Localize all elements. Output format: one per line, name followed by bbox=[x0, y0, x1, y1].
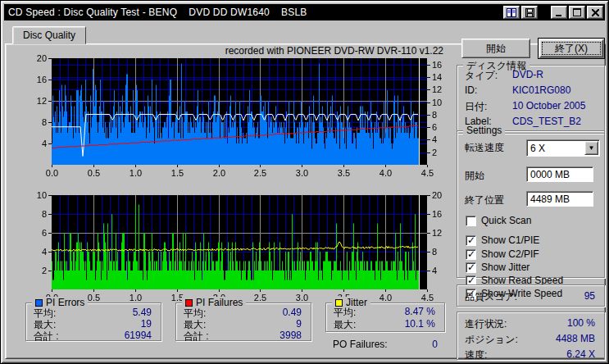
show-c2-pif-label: Show C2/PIF bbox=[481, 248, 539, 260]
show-jitter-checkbox[interactable] bbox=[466, 262, 476, 273]
tab-disc-quality[interactable]: Disc Quality bbox=[12, 26, 86, 44]
tab-label: Disc Quality bbox=[23, 30, 75, 41]
show-jitter-label: Show Jitter bbox=[481, 262, 529, 273]
quality-score-row: 品質スコア: 95 bbox=[465, 290, 597, 302]
close-icon bbox=[592, 9, 599, 16]
pi-errors-stats-box: PI Errors 平均:5.49 最大:19 合計 :61994 bbox=[25, 303, 161, 341]
jitter-stats-box: Jitter 平均:8.47 % 最大:10.1 % bbox=[325, 303, 445, 332]
po-failures-row: PO Failures: 0 bbox=[333, 339, 439, 350]
start-position-input[interactable] bbox=[526, 166, 593, 182]
exit-label: 終了(X) bbox=[543, 43, 600, 54]
show-c1-pie-label: Show C1/PIE bbox=[481, 234, 539, 246]
title-bar: CD Speed : Disc Quality Test - BENQ DVD … bbox=[4, 4, 605, 20]
titlebar-buttons bbox=[502, 6, 603, 19]
pi-errors-color-icon bbox=[35, 299, 43, 307]
position-row: ポジション: 4488 MB bbox=[465, 333, 597, 344]
show-c1-pie-checkbox[interactable] bbox=[466, 235, 476, 246]
settings-title: Settings bbox=[463, 125, 505, 136]
disc-type-row: タイプ: DVD-R bbox=[465, 69, 597, 80]
start-scan-label: 開始 bbox=[486, 43, 506, 54]
checkbox-show-c1-pie[interactable]: Show C1/PIE bbox=[466, 234, 539, 246]
pi-errors-chart bbox=[19, 52, 449, 179]
minimize-icon bbox=[556, 9, 562, 16]
save-button[interactable] bbox=[521, 6, 538, 19]
quality-score-box: 品質スコア: 95 bbox=[457, 284, 605, 307]
speed-value: 6 X bbox=[530, 143, 545, 154]
speed-row: 速度: 6.24 X bbox=[465, 348, 597, 360]
disc-info-group: ディスク情報 タイプ: DVD-R ID: KIC01RG080 日付: 10 … bbox=[457, 65, 605, 134]
report-button[interactable] bbox=[503, 6, 520, 19]
window-title: CD Speed : Disc Quality Test - BENQ DVD … bbox=[8, 7, 307, 18]
start-scan-button[interactable]: 開始 bbox=[461, 39, 530, 58]
maximize-button[interactable] bbox=[569, 6, 585, 19]
checkbox-show-c2-pif[interactable]: Show C2/PIF bbox=[466, 248, 539, 260]
checkbox-show-jitter[interactable]: Show Jitter bbox=[466, 262, 529, 273]
status-box: 進行状況: 100 % ポジション: 4488 MB 速度: 6.24 X bbox=[457, 312, 605, 360]
checkbox-quick-scan[interactable]: Quick Scan bbox=[466, 215, 531, 226]
chevron-down-icon: ▼ bbox=[589, 144, 595, 152]
save-icon bbox=[525, 8, 534, 17]
speed-select[interactable]: 6 X ▼ bbox=[526, 139, 600, 157]
disc-id-row: ID: KIC01RG080 bbox=[465, 84, 597, 96]
pi-failures-color-icon bbox=[185, 299, 193, 307]
quick-scan-label: Quick Scan bbox=[481, 215, 531, 226]
po-failures-label: PO Failures: bbox=[333, 339, 388, 350]
start-position-label: 開始 bbox=[465, 169, 484, 183]
close-button[interactable] bbox=[587, 6, 603, 19]
app-window: CD Speed : Disc Quality Test - BENQ DVD … bbox=[0, 0, 609, 364]
speed-label: 転送速度 bbox=[465, 141, 504, 155]
quick-scan-checkbox[interactable] bbox=[466, 216, 476, 226]
pi-failures-stats-box: PI Failures 平均:0.49 最大:9 合計 :3998 bbox=[175, 303, 311, 341]
quality-score-value: 95 bbox=[584, 290, 595, 302]
pi-failures-jitter-chart bbox=[19, 189, 449, 302]
maximize-icon bbox=[573, 8, 581, 16]
show-c2-pif-checkbox[interactable] bbox=[466, 249, 476, 260]
end-position-label: 終了位置 bbox=[465, 193, 504, 207]
po-failures-value: 0 bbox=[432, 339, 438, 350]
quality-score-label: 品質スコア: bbox=[465, 290, 517, 304]
disc-date-row: 日付: 10 October 2005 bbox=[465, 100, 597, 111]
exit-button[interactable]: 終了(X) bbox=[538, 38, 605, 59]
end-position-input[interactable] bbox=[526, 191, 593, 207]
report-icon bbox=[507, 8, 516, 17]
minimize-button[interactable] bbox=[551, 6, 567, 19]
settings-group: Settings 転送速度 6 X ▼ 開始 終了位置 Quick Scan S… bbox=[457, 130, 605, 278]
speed-dropdown-button[interactable]: ▼ bbox=[584, 141, 598, 155]
progress-row: 進行状況: 100 % bbox=[465, 317, 597, 329]
